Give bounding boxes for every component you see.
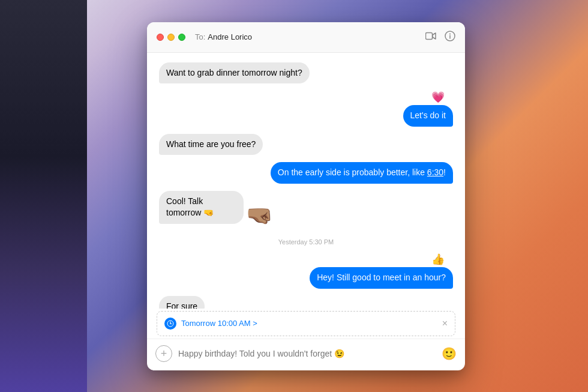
message-row: On the early side is probably better, li… [159, 162, 453, 184]
svg-point-3 [449, 33, 451, 34]
add-button[interactable]: + [155, 345, 172, 362]
to-label: To: [195, 32, 205, 41]
scheduled-bar[interactable]: Tomorrow 10:00 AM > × [157, 311, 455, 336]
recipient-name: Andre Lorico [208, 32, 425, 41]
message-bubble: For sure [159, 296, 205, 309]
message-bubble: What time are you free? [159, 134, 263, 155]
message-row: Cool! Talk tomorrow 🤜 🤜🏽 [159, 191, 453, 224]
message-bubble: Want to grab dinner tomorrow night? [159, 62, 310, 84]
message-bubble: Let's do it [403, 105, 454, 127]
video-icon[interactable] [425, 32, 436, 43]
svg-rect-0 [426, 32, 433, 39]
message-row: Let's do it [159, 105, 453, 127]
scheduled-left: Tomorrow 10:00 AM > [164, 318, 257, 330]
titlebar: To: Andre Lorico [147, 22, 465, 53]
scheduled-close-button[interactable]: × [442, 318, 448, 329]
message-input[interactable] [178, 349, 436, 358]
titlebar-icons [425, 31, 455, 44]
sidebar-strip [0, 0, 87, 392]
message-bubble: Hey! Still good to meet in an hour? [310, 267, 453, 289]
message-row: Want to grab dinner tomorrow night? [159, 62, 453, 84]
heart-reaction: 💗 [159, 91, 453, 104]
memoji-bubble: Cool! Talk tomorrow 🤜 🤜🏽 [159, 191, 289, 224]
thumb-reaction: 👍 [159, 253, 453, 266]
input-area: + 🙂 [147, 339, 465, 370]
message-row: For sure [159, 296, 453, 309]
maximize-button[interactable] [178, 34, 185, 41]
traffic-lights [157, 34, 185, 41]
message-row: What time are you free? [159, 134, 453, 155]
info-icon[interactable] [445, 31, 455, 44]
emoji-button[interactable]: 🙂 [442, 346, 457, 361]
timestamp-row: Yesterday 5:30 PM [159, 238, 453, 246]
message-row: Hey! Still good to meet in an hour? [159, 267, 453, 289]
scheduled-label[interactable]: Tomorrow 10:00 AM > [181, 319, 257, 328]
scheduled-icon [164, 318, 176, 330]
memoji-icon: 🤜🏽 [246, 205, 273, 226]
minimize-button[interactable] [167, 34, 175, 41]
close-button[interactable] [157, 34, 164, 41]
message-bubble: Cool! Talk tomorrow 🤜 [159, 191, 244, 224]
message-bubble: On the early side is probably better, li… [271, 162, 453, 184]
messages-area: Want to grab dinner tomorrow night? 💗 Le… [147, 53, 465, 309]
timestamp: Yesterday 5:30 PM [278, 238, 334, 246]
messages-window: To: Andre Lorico Want to grab dinner tom [147, 22, 465, 370]
